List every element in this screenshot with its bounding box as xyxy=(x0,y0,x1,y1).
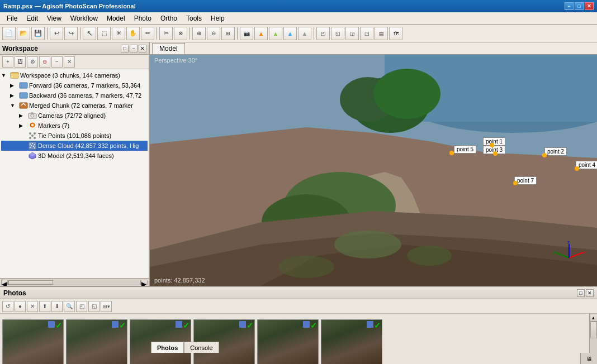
tree-item-merged[interactable]: ▼ Merged Chunk (72 cameras, 7 marker xyxy=(1,100,148,111)
ws-delete-button[interactable]: ✕ xyxy=(64,56,75,68)
tree-toggle-forward[interactable]: ▶ xyxy=(10,83,19,88)
photos-view3-button[interactable]: ⊞▾ xyxy=(101,301,112,312)
view-mode4-button[interactable]: ◳ xyxy=(360,27,373,40)
menu-help[interactable]: Help xyxy=(206,13,229,23)
view-mode2-button[interactable]: ◱ xyxy=(331,27,344,40)
menu-file[interactable]: File xyxy=(2,13,22,23)
menu-tools[interactable]: Tools xyxy=(182,13,206,23)
3d-viewport[interactable]: Perspective 30° point 5 point 1 point 3 … xyxy=(150,55,597,286)
menu-view[interactable]: View xyxy=(42,13,66,23)
pan-button[interactable]: ✋ xyxy=(126,27,140,40)
view-cam-button[interactable]: 📷 xyxy=(240,27,253,40)
tree-toggle-markers[interactable]: ▶ xyxy=(19,123,28,128)
ws-add-chunk-button[interactable]: + xyxy=(2,56,13,68)
select-rect-button[interactable]: ⬚ xyxy=(97,27,111,40)
ws-remove-button[interactable]: ⊖ xyxy=(39,56,50,68)
close-button[interactable]: ✕ xyxy=(585,2,594,10)
menu-workflow[interactable]: Workflow xyxy=(66,13,102,23)
tree-item-densecloud[interactable]: ▶ Dense Cloud (42,857,332 points, Hig xyxy=(1,141,148,151)
tree-toggle-merged[interactable]: ▼ xyxy=(10,103,19,108)
open-button[interactable]: 📂 xyxy=(17,27,30,40)
save-button[interactable]: 💾 xyxy=(31,27,45,40)
map-button[interactable]: 🗺 xyxy=(389,27,402,40)
tree-item-3dmodel[interactable]: ▶ 3D Model (2,519,344 faces) xyxy=(1,151,148,161)
cut-button[interactable]: ✂ xyxy=(159,27,173,40)
tree-item-cameras[interactable]: ▶ Cameras (72/72 aligned) xyxy=(1,111,148,121)
workspace-min-button[interactable]: − xyxy=(130,45,138,52)
photos-close-button[interactable]: ✕ xyxy=(586,289,594,297)
tree-toggle-backward[interactable]: ▶ xyxy=(10,93,19,98)
tree-item-tiepoints[interactable]: ▶ Tie Points (101,086 points) xyxy=(1,131,148,141)
photos-import-button[interactable]: ⬆ xyxy=(39,301,50,312)
photo-1-check: ✓ xyxy=(55,321,62,330)
hscroll-left-btn[interactable]: ◀ xyxy=(1,280,8,285)
svg-text:x: x xyxy=(584,250,586,255)
svg-point-41 xyxy=(407,246,452,266)
hscroll-right-btn[interactable]: ▶ xyxy=(141,280,148,285)
view-tri1-button[interactable]: ▲ xyxy=(254,27,268,40)
svg-point-19 xyxy=(31,145,32,146)
workspace-scrollbar[interactable]: ◀ ▶ xyxy=(0,278,149,286)
hscroll-thumb[interactable] xyxy=(8,280,53,285)
tree-toggle-cameras[interactable]: ▶ xyxy=(19,113,28,118)
svg-point-18 xyxy=(34,144,35,145)
photo-thumb-5[interactable]: ✓ xyxy=(257,319,319,364)
draw-button[interactable]: ✏ xyxy=(141,27,154,40)
marker-dot-2 xyxy=(542,153,547,157)
workspace-float-button[interactable]: □ xyxy=(121,45,129,52)
densecloud-icon xyxy=(28,141,37,150)
zoom-in-button[interactable]: ⊖ xyxy=(207,27,220,40)
maximize-button[interactable]: □ xyxy=(575,2,584,10)
tree-item-backward[interactable]: ▶ Backward (36 cameras, 7 markers, 47,72 xyxy=(1,90,148,100)
rotate-button[interactable]: ✳ xyxy=(112,27,125,40)
svg-rect-1 xyxy=(11,74,18,78)
photos-view1-button[interactable]: ◰ xyxy=(76,301,87,312)
hscroll-track[interactable] xyxy=(8,280,141,285)
cut2-button[interactable]: ⊗ xyxy=(174,27,187,40)
new-button[interactable]: 📄 xyxy=(2,27,16,40)
view-mode1-button[interactable]: ◰ xyxy=(316,27,330,40)
vscroll-up-btn[interactable]: ▲ xyxy=(590,314,598,322)
minimize-button[interactable]: − xyxy=(565,2,574,10)
ws-add-photos-button[interactable]: 🖼 xyxy=(15,56,26,68)
photo-thumb-1[interactable]: ✓ xyxy=(2,319,64,364)
view-mode3-button[interactable]: ◲ xyxy=(345,27,359,40)
menu-ortho[interactable]: Ortho xyxy=(156,13,182,23)
ws-disable-button[interactable]: − xyxy=(51,56,63,68)
workspace-close-button[interactable]: ✕ xyxy=(139,45,146,52)
zoom-fit-button[interactable]: ⊕ xyxy=(192,27,206,40)
view-mode5-button[interactable]: ▤ xyxy=(375,27,388,40)
photos-back-button[interactable]: ↺ xyxy=(2,301,13,312)
photo-1-overlay: ✓ xyxy=(48,321,62,330)
menu-photo[interactable]: Photo xyxy=(130,13,156,23)
tree-item-forward[interactable]: ▶ Forward (36 cameras, 7 markers, 53,364 xyxy=(1,80,148,90)
menu-model[interactable]: Model xyxy=(102,13,130,23)
photos-stop-button[interactable]: ● xyxy=(15,301,26,312)
photos-export-button[interactable]: ⬇ xyxy=(51,301,63,312)
redo-button[interactable]: ↪ xyxy=(64,27,78,40)
photos-search-button[interactable]: 🔍 xyxy=(64,301,75,312)
photos-view2-button[interactable]: ◱ xyxy=(88,301,100,312)
svg-point-12 xyxy=(29,137,31,139)
photos-tab[interactable]: Photos xyxy=(151,342,184,353)
select-button[interactable]: ↖ xyxy=(83,27,96,40)
ws-settings-button[interactable]: ⚙ xyxy=(27,56,38,68)
photos-remove-button[interactable]: ✕ xyxy=(27,301,38,312)
svg-point-17 xyxy=(32,143,33,144)
photos-float-button[interactable]: □ xyxy=(577,289,585,297)
zoom-region-button[interactable]: ⊞ xyxy=(221,27,235,40)
tree-toggle-workspace[interactable]: ▼ xyxy=(1,73,10,78)
vscroll-thumb[interactable] xyxy=(590,322,597,338)
view-tri3-button[interactable]: ▲ xyxy=(283,27,297,40)
view-tri4-button[interactable]: ▲ xyxy=(298,27,311,40)
menu-edit[interactable]: Edit xyxy=(22,13,42,23)
tree-item-markers[interactable]: ▶ Markers (7) xyxy=(1,121,148,131)
tree-item-workspace[interactable]: ▼ Workspace (3 chunks, 144 cameras) xyxy=(1,70,148,80)
model-tab[interactable]: Model xyxy=(152,43,185,54)
undo-button[interactable]: ↩ xyxy=(50,27,63,40)
photo-thumb-2[interactable]: ✓ xyxy=(66,319,127,364)
photo-thumb-6[interactable]: ✓ xyxy=(321,319,382,364)
console-tab[interactable]: Console xyxy=(184,342,219,353)
sep3 xyxy=(157,27,157,40)
view-tri2-button[interactable]: ▲ xyxy=(269,27,282,40)
